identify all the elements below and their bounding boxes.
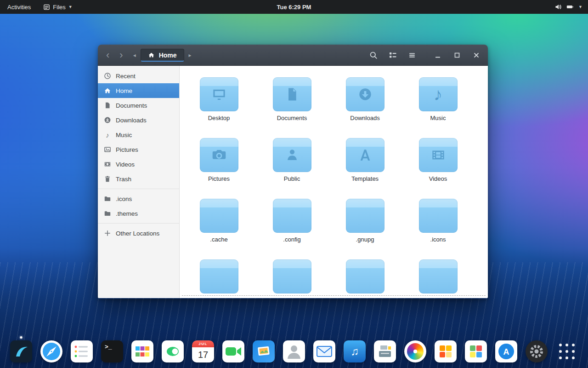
maximize-button[interactable]: [450, 48, 464, 62]
terminal-prompt: >_: [105, 344, 112, 351]
sidebar-item-music[interactable]: ♪Music: [98, 127, 179, 142]
system-tray[interactable]: ▼: [554, 3, 588, 11]
music-note-glyph: ♫: [344, 340, 366, 362]
folder-label: .config: [283, 236, 300, 243]
sidebar-item-label: Documents: [116, 102, 147, 109]
activities-button[interactable]: Activities: [6, 0, 33, 14]
sidebar-item-label: Downloads: [116, 117, 147, 124]
back-button[interactable]: ‹: [106, 50, 109, 60]
close-button[interactable]: [469, 48, 483, 62]
folder-icon: [273, 77, 311, 111]
search-button[interactable]: [367, 48, 380, 62]
folder-item-pictures[interactable]: Pictures: [182, 138, 255, 199]
forward-button[interactable]: ›: [119, 50, 123, 60]
sidebar-item-documents[interactable]: Documents: [98, 98, 179, 113]
videos-icon: [104, 161, 111, 168]
close-icon: [472, 51, 481, 59]
folder-item-gnupg[interactable]: .gnupg: [328, 199, 401, 259]
folder-item[interactable]: [401, 259, 475, 298]
sidebar-item-label: Trash: [116, 176, 131, 183]
rubber-band-line: [182, 295, 486, 296]
folder-label: Videos: [429, 175, 447, 182]
path-current-label: Home: [159, 52, 177, 59]
folder-icon: [419, 138, 458, 172]
folder-item-public[interactable]: Public: [255, 138, 328, 199]
folder-item-music[interactable]: ♪Music: [401, 77, 475, 138]
dock-item-photos[interactable]: [404, 340, 426, 362]
folder-item-cache[interactable]: .cache: [182, 199, 255, 259]
folder-icon: [200, 138, 238, 172]
sidebar-item-themes[interactable]: .themes: [98, 206, 179, 221]
sidebar-item-label: Pictures: [116, 146, 138, 153]
maximize-icon: [453, 51, 461, 59]
folder-item[interactable]: [328, 259, 401, 298]
path-previous-icon[interactable]: ◂: [133, 52, 136, 58]
dock-item-orange-tiles[interactable]: [435, 340, 457, 362]
sidebar-item-pictures[interactable]: Pictures: [98, 142, 179, 157]
dock-item-green-toggle[interactable]: [162, 340, 184, 362]
folder-label: .cache: [210, 236, 227, 243]
dock: >_JUL17♫A: [0, 340, 588, 362]
dock-item-contacts[interactable]: [283, 340, 305, 362]
dock-item-music[interactable]: ♫: [344, 340, 366, 362]
sidebar-item-recent[interactable]: Recent: [98, 69, 179, 83]
folder-icon: [346, 199, 384, 233]
sidebar-item-label: Other Locations: [116, 230, 159, 237]
folder-label: .gnupg: [356, 236, 374, 243]
sidebar-item-trash[interactable]: Trash: [98, 172, 179, 186]
plus-icon: [104, 230, 111, 237]
dock-item-color-tiles[interactable]: [465, 340, 487, 362]
sidebar-item-icons[interactable]: .icons: [98, 191, 179, 206]
dock-item-video-call[interactable]: [222, 340, 244, 362]
folder-item-config[interactable]: .config: [255, 199, 328, 259]
folder-label: Public: [284, 175, 300, 182]
dock-item-register[interactable]: [374, 340, 396, 362]
folder-label: Downloads: [350, 115, 379, 121]
dock-item-media-writer[interactable]: [131, 340, 153, 362]
sidebar-item-downloads[interactable]: Downloads: [98, 113, 179, 127]
menu-button[interactable]: [405, 48, 419, 62]
folder-item-templates[interactable]: Templates: [328, 138, 401, 199]
folder-item-videos[interactable]: Videos: [401, 138, 475, 199]
folder-item[interactable]: [182, 259, 255, 298]
path-current-button[interactable]: Home: [141, 49, 184, 62]
places-sidebar: RecentHomeDocumentsDownloads♪MusicPictur…: [98, 66, 180, 298]
dock-item-notes[interactable]: [71, 340, 93, 362]
sidebar-item-label: Music: [116, 132, 132, 138]
chevron-down-icon: ▼: [68, 5, 73, 9]
folder-item-icons[interactable]: .icons: [401, 199, 475, 259]
dock-item-app-grid[interactable]: [556, 340, 578, 362]
folder-icon: [200, 77, 238, 111]
trash-icon: [104, 175, 111, 183]
svg-text:A: A: [503, 347, 509, 356]
view-toggle-button[interactable]: [386, 48, 400, 62]
app-menu[interactable]: Files ▼: [41, 0, 74, 14]
folder-icon: [346, 138, 384, 172]
folder-icon: [104, 195, 111, 202]
path-next-icon[interactable]: ▸: [189, 52, 192, 58]
sidebar-item-label: .icons: [116, 196, 132, 202]
dock-item-app-store[interactable]: A: [495, 340, 517, 362]
folder-label: Templates: [351, 175, 379, 182]
clock[interactable]: Tue 6:29 PM: [277, 4, 311, 11]
dock-item-web-browser[interactable]: [40, 340, 62, 362]
dock-item-gallery[interactable]: [253, 340, 275, 362]
dock-item-settings[interactable]: [526, 340, 548, 362]
dock-item-launcher[interactable]: [10, 340, 32, 362]
calendar-day: 17: [192, 347, 214, 362]
folder-item-documents[interactable]: Documents: [255, 77, 328, 138]
minimize-button[interactable]: [431, 48, 445, 62]
sidebar-item-other-locations[interactable]: Other Locations: [98, 226, 179, 241]
dock-item-terminal[interactable]: >_: [101, 340, 123, 362]
sidebar-item-home[interactable]: Home: [98, 83, 179, 98]
sidebar-item-videos[interactable]: Videos: [98, 157, 179, 172]
dock-item-mail[interactable]: [313, 340, 335, 362]
folder-item-desktop[interactable]: Desktop: [182, 77, 255, 138]
volume-icon: [554, 3, 562, 11]
folder-icon: [200, 259, 238, 293]
dock-item-calendar[interactable]: JUL17: [192, 340, 214, 362]
recent-icon: [104, 72, 111, 80]
folder-item-downloads[interactable]: Downloads: [328, 77, 401, 138]
folder-item[interactable]: [255, 259, 328, 298]
folder-label: Music: [430, 115, 446, 121]
